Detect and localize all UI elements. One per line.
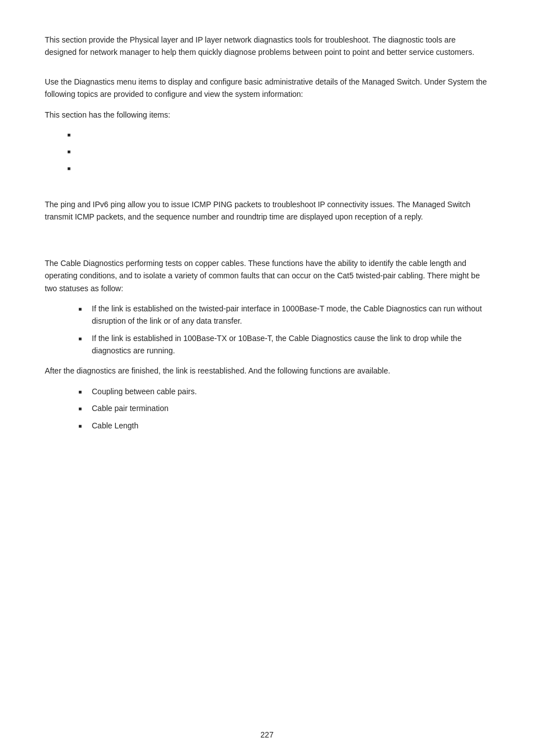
- intro-paragraph-1: This section provide the Physical layer …: [45, 34, 489, 59]
- cable-intro-paragraph: The Cable Diagnostics performing tests o…: [45, 257, 489, 295]
- ping-paragraph: The ping and IPv6 ping allow you to issu…: [45, 198, 489, 223]
- cable-status-list: If the link is established on the twiste…: [78, 302, 489, 357]
- section-spacer-2: [45, 240, 489, 257]
- cable-bullet-2: If the link is established in 100Base-TX…: [78, 332, 489, 357]
- page-container: This section provide the Physical layer …: [0, 0, 534, 756]
- empty-bullet-2: [67, 146, 489, 157]
- page-number: 227: [260, 730, 273, 739]
- intro-paragraph-3: This section has the following items:: [45, 109, 489, 121]
- cable-function-2: Cable pair termination: [78, 402, 489, 414]
- intro-paragraph-2: Use the Diagnastics menu items to displa…: [45, 76, 489, 101]
- cable-functions-list: Coupling between cable pairs. Cable pair…: [78, 385, 489, 432]
- cable-after-paragraph: After the diagnostics are finished, the …: [45, 365, 489, 377]
- cable-function-1: Coupling between cable pairs.: [78, 385, 489, 398]
- cable-bullet-1: If the link is established on the twiste…: [78, 302, 489, 328]
- section-spacer-1: [45, 181, 489, 198]
- empty-bullet-3: [67, 162, 489, 174]
- cable-function-3: Cable Length: [78, 419, 489, 432]
- empty-bullet-list: [67, 129, 489, 174]
- empty-bullet-1: [67, 129, 489, 140]
